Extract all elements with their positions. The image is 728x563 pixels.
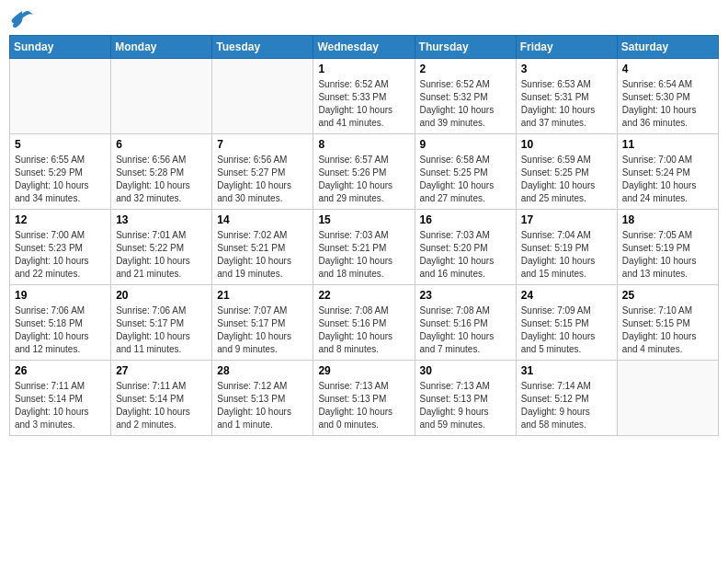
day-info: Sunrise: 7:04 AM Sunset: 5:19 PM Dayligh… [521,229,612,281]
calendar-week-2: 5Sunrise: 6:55 AM Sunset: 5:29 PM Daylig… [10,134,719,210]
day-info: Sunrise: 7:08 AM Sunset: 5:16 PM Dayligh… [420,304,511,356]
day-info: Sunrise: 6:54 AM Sunset: 5:30 PM Dayligh… [622,78,713,130]
day-number: 13 [116,213,207,226]
day-number: 1 [318,63,409,75]
calendar-cell: 24Sunrise: 7:09 AM Sunset: 5:15 PM Dayli… [516,285,617,361]
calendar-cell: 8Sunrise: 6:57 AM Sunset: 5:26 PM Daylig… [313,134,415,210]
day-number: 6 [116,138,207,151]
day-info: Sunrise: 7:00 AM Sunset: 5:23 PM Dayligh… [15,229,106,281]
calendar-cell: 3Sunrise: 6:53 AM Sunset: 5:31 PM Daylig… [516,59,617,134]
day-info: Sunrise: 7:03 AM Sunset: 5:20 PM Dayligh… [420,229,511,281]
calendar-cell: 12Sunrise: 7:00 AM Sunset: 5:23 PM Dayli… [10,210,111,285]
calendar-header-saturday: Saturday [617,36,718,59]
calendar-cell: 15Sunrise: 7:03 AM Sunset: 5:21 PM Dayli… [313,210,415,285]
calendar-week-3: 12Sunrise: 7:00 AM Sunset: 5:23 PM Dayli… [10,210,719,285]
day-info: Sunrise: 7:06 AM Sunset: 5:17 PM Dayligh… [116,304,207,356]
day-info: Sunrise: 6:58 AM Sunset: 5:25 PM Dayligh… [420,154,511,205]
calendar-cell: 16Sunrise: 7:03 AM Sunset: 5:20 PM Dayli… [415,210,516,285]
day-number: 2 [420,63,511,75]
day-number: 5 [15,138,106,151]
calendar-cell: 27Sunrise: 7:11 AM Sunset: 5:14 PM Dayli… [111,361,212,436]
calendar-header-monday: Monday [111,36,212,59]
day-info: Sunrise: 7:10 AM Sunset: 5:15 PM Dayligh… [622,304,713,356]
day-number: 29 [318,364,409,377]
day-info: Sunrise: 6:57 AM Sunset: 5:26 PM Dayligh… [318,154,409,205]
day-info: Sunrise: 7:13 AM Sunset: 5:13 PM Dayligh… [420,380,511,431]
calendar-cell: 14Sunrise: 7:02 AM Sunset: 5:21 PM Dayli… [212,210,313,285]
calendar-cell: 7Sunrise: 6:56 AM Sunset: 5:27 PM Daylig… [212,134,313,210]
day-number: 24 [521,289,612,302]
day-number: 30 [420,364,511,377]
day-info: Sunrise: 7:09 AM Sunset: 5:15 PM Dayligh… [521,304,612,356]
day-number: 26 [15,364,106,377]
logo-bird-icon [9,9,35,29]
logo [9,9,39,29]
day-info: Sunrise: 6:56 AM Sunset: 5:28 PM Dayligh… [116,154,207,205]
day-number: 14 [217,213,308,226]
calendar-header-row: SundayMondayTuesdayWednesdayThursdayFrid… [10,36,719,59]
day-info: Sunrise: 6:52 AM Sunset: 5:32 PM Dayligh… [420,78,511,130]
day-info: Sunrise: 7:13 AM Sunset: 5:13 PM Dayligh… [318,380,409,431]
day-number: 28 [217,364,308,377]
calendar-cell: 20Sunrise: 7:06 AM Sunset: 5:17 PM Dayli… [111,285,212,361]
calendar-cell: 28Sunrise: 7:12 AM Sunset: 5:13 PM Dayli… [212,361,313,436]
calendar-cell: 4Sunrise: 6:54 AM Sunset: 5:30 PM Daylig… [617,59,718,134]
day-info: Sunrise: 6:55 AM Sunset: 5:29 PM Dayligh… [15,154,106,205]
calendar-cell: 19Sunrise: 7:06 AM Sunset: 5:18 PM Dayli… [10,285,111,361]
day-info: Sunrise: 7:03 AM Sunset: 5:21 PM Dayligh… [318,229,409,281]
day-info: Sunrise: 7:12 AM Sunset: 5:13 PM Dayligh… [217,380,308,431]
day-info: Sunrise: 7:14 AM Sunset: 5:12 PM Dayligh… [521,380,612,431]
day-info: Sunrise: 7:11 AM Sunset: 5:14 PM Dayligh… [15,380,106,431]
calendar-week-1: 1Sunrise: 6:52 AM Sunset: 5:33 PM Daylig… [10,59,719,134]
calendar-cell [212,59,313,134]
day-info: Sunrise: 6:53 AM Sunset: 5:31 PM Dayligh… [521,78,612,130]
day-number: 31 [521,364,612,377]
day-number: 19 [15,289,106,302]
calendar-cell: 25Sunrise: 7:10 AM Sunset: 5:15 PM Dayli… [617,285,718,361]
day-number: 15 [318,213,409,226]
calendar-week-5: 26Sunrise: 7:11 AM Sunset: 5:14 PM Dayli… [10,361,719,436]
calendar-cell: 21Sunrise: 7:07 AM Sunset: 5:17 PM Dayli… [212,285,313,361]
calendar-header-thursday: Thursday [415,36,516,59]
day-info: Sunrise: 7:01 AM Sunset: 5:22 PM Dayligh… [116,229,207,281]
calendar-week-4: 19Sunrise: 7:06 AM Sunset: 5:18 PM Dayli… [10,285,719,361]
day-number: 20 [116,289,207,302]
calendar-cell: 6Sunrise: 6:56 AM Sunset: 5:28 PM Daylig… [111,134,212,210]
calendar-header-friday: Friday [516,36,617,59]
calendar-cell: 11Sunrise: 7:00 AM Sunset: 5:24 PM Dayli… [617,134,718,210]
day-number: 8 [318,138,409,151]
calendar-cell: 5Sunrise: 6:55 AM Sunset: 5:29 PM Daylig… [10,134,111,210]
day-number: 25 [622,289,713,302]
calendar-cell: 18Sunrise: 7:05 AM Sunset: 5:19 PM Dayli… [617,210,718,285]
day-number: 12 [15,213,106,226]
day-number: 9 [420,138,511,151]
page-header [9,9,719,29]
day-number: 23 [420,289,511,302]
day-number: 3 [521,63,612,75]
day-number: 7 [217,138,308,151]
day-info: Sunrise: 6:52 AM Sunset: 5:33 PM Dayligh… [318,78,409,130]
day-info: Sunrise: 7:05 AM Sunset: 5:19 PM Dayligh… [622,229,713,281]
day-number: 11 [622,138,713,151]
day-info: Sunrise: 7:07 AM Sunset: 5:17 PM Dayligh… [217,304,308,356]
calendar-cell: 17Sunrise: 7:04 AM Sunset: 5:19 PM Dayli… [516,210,617,285]
day-info: Sunrise: 7:06 AM Sunset: 5:18 PM Dayligh… [15,304,106,356]
calendar-cell: 13Sunrise: 7:01 AM Sunset: 5:22 PM Dayli… [111,210,212,285]
calendar-cell: 31Sunrise: 7:14 AM Sunset: 5:12 PM Dayli… [516,361,617,436]
day-info: Sunrise: 6:56 AM Sunset: 5:27 PM Dayligh… [217,154,308,205]
calendar-cell: 22Sunrise: 7:08 AM Sunset: 5:16 PM Dayli… [313,285,415,361]
day-number: 4 [622,63,713,75]
day-number: 18 [622,213,713,226]
day-info: Sunrise: 6:59 AM Sunset: 5:25 PM Dayligh… [521,154,612,205]
calendar-cell: 9Sunrise: 6:58 AM Sunset: 5:25 PM Daylig… [415,134,516,210]
day-number: 27 [116,364,207,377]
day-number: 22 [318,289,409,302]
day-info: Sunrise: 7:00 AM Sunset: 5:24 PM Dayligh… [622,154,713,205]
calendar-cell [617,361,718,436]
calendar-cell: 29Sunrise: 7:13 AM Sunset: 5:13 PM Dayli… [313,361,415,436]
calendar-header-wednesday: Wednesday [313,36,415,59]
day-number: 16 [420,213,511,226]
day-number: 21 [217,289,308,302]
day-number: 10 [521,138,612,151]
calendar-header-tuesday: Tuesday [212,36,313,59]
